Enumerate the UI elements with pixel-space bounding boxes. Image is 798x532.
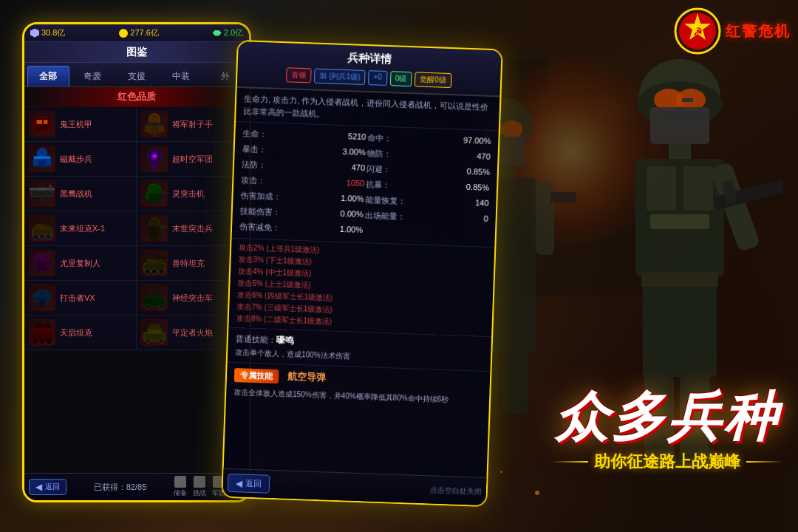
bottom-bar: ◀ 返回 已获得：82/85 储备 挑战 军团 兵种 [24,473,249,500]
energy-value: 2.0亿 [224,27,243,38]
svg-rect-82 [40,197,44,202]
unit-icon-general-sniper [141,111,168,137]
svg-point-124 [33,338,38,344]
energy-stat: 2.0亿 [213,27,243,38]
svg-point-95 [149,218,159,228]
unit-cell-general-sniper[interactable]: 将军射子手 [137,107,249,141]
subtitle-line-right [746,461,783,463]
svg-rect-68 [159,126,165,132]
svg-rect-28 [647,166,676,211]
unit-name-general-sniper: 将军射子手 [172,119,213,129]
svg-rect-24 [682,98,693,102]
nav-storage[interactable]: 储备 [174,476,187,498]
svg-rect-99 [155,236,158,241]
svg-point-125 [39,338,45,344]
tab-support[interactable]: 支援 [116,66,158,86]
unit-icon-spirit-assault [141,180,168,207]
unit-icon-blackhawk [29,180,55,207]
detail-content: 生命力, 攻击力, 作为入侵者战机，进份同入侵者战机，可以说是性价比非常高的一款… [226,88,500,411]
svg-point-109 [151,269,157,275]
svg-rect-96 [149,226,159,236]
unit-icon-timespace-corps [141,146,168,172]
back-button-left[interactable]: ◀ 返回 [29,479,66,495]
unit-row: 尤里复制人 兽特坦克 [24,246,249,281]
back-label-left: 返回 [45,482,60,492]
svg-rect-74 [46,159,52,166]
svg-rect-129 [149,324,160,330]
unit-cell-blackhawk[interactable]: 黑鹰战机 [24,177,137,211]
svg-point-131 [159,339,163,344]
unit-icon-mag-infantry [29,146,55,172]
unit-icon-beast-tank [141,250,168,276]
big-main-text: 众多兵种 [551,390,783,443]
special-skill-section: 专属技能 航空导弹 攻击全体敌人造成150%伤害，并40%概率降低其80%命中持… [226,363,491,411]
svg-rect-88 [146,192,150,199]
logo-area: ☭ 红警危机 [674,7,791,55]
tab-all[interactable]: 全部 [27,66,69,86]
special-skill-name: 航空导弹 [287,371,326,383]
svg-rect-97 [160,225,167,228]
svg-rect-87 [160,191,167,194]
svg-rect-123 [44,324,50,329]
unit-name-beast-tank: 兽特坦克 [172,258,205,268]
subtitle-text: 助你征途路上战巅峰 [594,451,740,473]
unit-row: 磁戴步兵 超时空军团 [24,142,249,177]
svg-rect-103 [34,262,39,269]
svg-rect-61 [33,121,37,129]
tab-navigation: 全部 奇袭 支援 中装 外 [24,63,249,87]
subtitle-line-left [551,461,588,463]
tab-medium[interactable]: 中装 [160,66,202,86]
unit-name-apocalypse-tank: 天启坦克 [60,327,92,338]
svg-rect-72 [37,157,47,167]
svg-rect-60 [44,120,48,124]
special-skill-tag: 专属技能 [234,368,279,383]
svg-text:☭: ☭ [693,26,703,38]
svg-point-101 [42,253,49,262]
svg-rect-106 [147,259,163,265]
svg-rect-29 [683,166,713,211]
svg-point-94 [46,234,52,240]
stats-grid: 生命： 5210 命中： 97.00% 暴击： 3.00% 物防： 470 法防… [232,122,499,248]
unit-icon-nerve-assault [141,284,168,311]
tag-awakening: 觉醒0级 [415,72,451,88]
unit-row: 打击者VX 神经突击车 [24,281,249,316]
unit-name-mag-infantry: 磁戴步兵 [60,154,92,164]
svg-rect-122 [35,324,42,329]
unit-cell-yuri-clone[interactable]: 尤里复制人 [24,246,137,280]
svg-rect-59 [36,120,42,124]
unit-name-pacifier: 平定者火炮 [172,327,213,338]
svg-point-118 [146,304,150,309]
unit-icon-endworld-soldier [141,215,168,242]
svg-point-110 [159,269,165,275]
tag-rank: 加 (列兵1级) [314,69,366,85]
unit-icon-future-tank [29,215,55,242]
tab-surprise[interactable]: 奇袭 [72,66,114,86]
unit-cell-apocalypse-tank[interactable]: 天启坦克 [24,316,137,349]
unit-cell-striker-vx[interactable]: 打击者VX [24,281,137,315]
unit-name-yuri-clone: 尤里复制人 [60,258,100,268]
phone-frame-right: 兵种详情 首领 加 (列兵1级) +0 0级 觉醒0级 生命力, 攻击力, 作为… [221,40,502,507]
unit-cell-ghost-mech[interactable]: 鬼王机甲 [24,107,137,141]
close-hint: 点击空白处关闭 [276,480,482,497]
unit-name-blackhawk: 黑鹰战机 [60,188,92,199]
nav-challenge[interactable]: 挑战 [193,476,206,498]
unit-cell-mag-infantry[interactable]: 磁戴步兵 [24,142,137,176]
tab-header-label: 图鉴 [126,46,147,58]
unit-name-nerve-assault: 神经突击车 [172,293,213,303]
unit-row: 黑鹰战机 灵突击机 [24,177,249,211]
svg-rect-73 [33,159,39,166]
svg-point-126 [47,338,52,344]
unit-cell-future-tank[interactable]: 未来坦克X-1 [24,211,137,245]
svg-point-78 [152,154,157,158]
skill-bonus-list: 攻击2% (上等兵1级激活) 攻击3% (下士1级激活) 攻击4% (中士1级激… [228,239,494,337]
stat-init-energy: 出场能量： 0 [364,208,488,227]
unit-icon-striker-vx [29,284,55,311]
svg-rect-69 [153,131,156,137]
tag-level: 0级 [390,71,412,86]
back-button-right[interactable]: ◀ 返回 [228,474,270,494]
tags-row: 首领 加 (列兵1级) +0 0级 觉醒0级 [246,66,491,89]
unit-row: 未来坦克X-1 末世突击兵 [24,211,249,246]
svg-rect-38 [641,272,718,287]
svg-point-130 [146,339,151,344]
stat-dmg-reduce: 伤害减免： 1.00% [239,219,364,238]
